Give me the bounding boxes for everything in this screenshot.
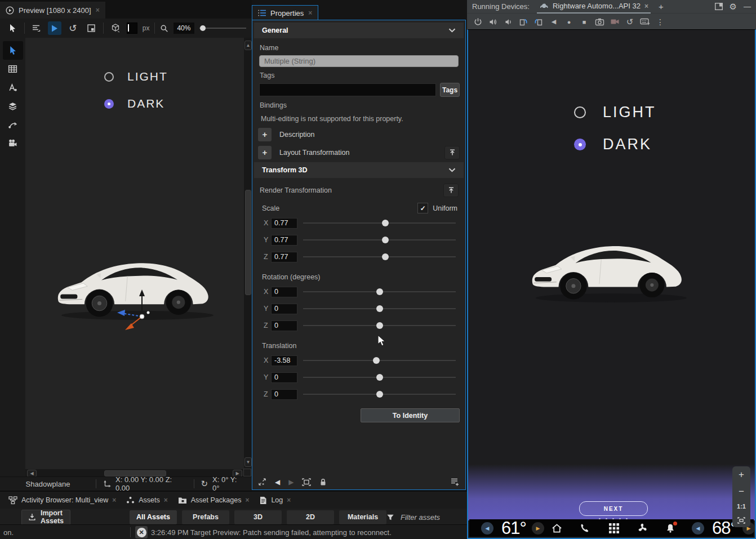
add-device-button[interactable]: + xyxy=(659,2,664,11)
translation-x-slider[interactable] xyxy=(303,355,456,366)
grid-size-input[interactable] xyxy=(127,23,137,34)
rotation-y-input[interactable]: 0 xyxy=(271,304,297,314)
hardware-input-icon[interactable] xyxy=(638,16,652,28)
scale-x-slider[interactable] xyxy=(303,217,456,229)
scale-y-slider[interactable] xyxy=(303,234,456,246)
zoom-level-value[interactable]: 40% xyxy=(174,23,194,34)
tags-button[interactable]: Tags xyxy=(440,83,460,97)
scale-z-slider[interactable] xyxy=(303,251,456,262)
reset-preview-icon[interactable]: ↺ xyxy=(66,21,80,35)
preview-radio-dark[interactable]: DARK xyxy=(104,97,164,110)
translation-y-input[interactable]: 0 xyxy=(271,372,297,383)
screen-record-icon[interactable] xyxy=(608,16,621,28)
home-icon[interactable] xyxy=(548,519,565,537)
slider-thumb[interactable] xyxy=(373,357,380,364)
device-radio-light[interactable]: LIGHT xyxy=(574,104,656,121)
slider-thumb[interactable] xyxy=(376,391,383,398)
device-screen[interactable]: LIGHT DARK xyxy=(467,29,756,539)
slider-thumb[interactable] xyxy=(382,253,389,260)
filter-2d[interactable]: 2D xyxy=(287,510,334,524)
filter-3d[interactable]: 3D xyxy=(234,510,282,524)
slider-thumb[interactable] xyxy=(382,237,389,243)
radio-selected-icon[interactable] xyxy=(104,99,114,109)
radio-selected-icon[interactable] xyxy=(574,139,586,150)
scroll-down-icon[interactable]: ▼ xyxy=(244,457,252,467)
app-grid-icon[interactable] xyxy=(606,519,622,537)
close-icon[interactable]: × xyxy=(96,6,100,14)
preview-vertical-scrollbar[interactable]: ▲ ▼ xyxy=(244,38,252,469)
close-icon[interactable]: × xyxy=(287,496,291,504)
screenshot-camera-icon[interactable] xyxy=(593,16,606,28)
filter-assets-input[interactable] xyxy=(399,513,464,522)
translation-z-input[interactable]: 0 xyxy=(271,389,297,400)
filter-assets-box[interactable] xyxy=(386,513,464,522)
zoom-slider-thumb[interactable] xyxy=(200,25,206,31)
slider-thumb[interactable] xyxy=(382,220,389,226)
preview-radio-light[interactable]: LIGHT xyxy=(104,70,168,83)
tab-asset-packages[interactable]: Asset Packages × xyxy=(173,492,255,509)
slider-thumb[interactable] xyxy=(376,288,383,295)
rotate-right-icon[interactable] xyxy=(517,16,530,28)
next-button[interactable]: NEXT xyxy=(579,501,648,516)
tags-input[interactable] xyxy=(259,83,436,96)
to-identity-button[interactable]: To Identity xyxy=(361,408,460,422)
slider-thumb[interactable] xyxy=(376,374,383,381)
tab-preview[interactable]: Preview [1080 x 2400] × xyxy=(0,2,105,19)
translation-z-slider[interactable] xyxy=(303,389,456,400)
scroll-up-icon[interactable]: ▲ xyxy=(244,41,252,50)
panel-layout-icon[interactable] xyxy=(715,3,723,10)
slider-thumb[interactable] xyxy=(376,322,383,329)
add-description-button[interactable]: + xyxy=(258,128,272,141)
volume-down-icon[interactable] xyxy=(501,16,515,28)
radio-unselected-icon[interactable] xyxy=(574,106,586,118)
rotation-z-slider[interactable] xyxy=(303,320,456,331)
temp-left-increase-button[interactable]: ▶ xyxy=(531,519,545,537)
tab-assets[interactable]: Assets × xyxy=(121,492,173,509)
play-preview-button[interactable] xyxy=(48,21,61,35)
text-tool-button[interactable] xyxy=(3,78,23,97)
rotation-x-input[interactable]: 0 xyxy=(271,287,297,297)
tab-properties[interactable]: Properties × xyxy=(252,5,318,20)
android-overview-icon[interactable]: ■ xyxy=(577,16,591,28)
slider-thumb[interactable] xyxy=(376,305,383,312)
device-radio-dark[interactable]: DARK xyxy=(574,136,652,153)
zoom-in-button[interactable]: + xyxy=(739,470,744,479)
layout-mode-button[interactable] xyxy=(30,21,43,35)
filter-materials[interactable]: Materials xyxy=(339,510,386,524)
transform-3d-tool-icon[interactable] xyxy=(109,21,122,35)
zoom-fit-button[interactable] xyxy=(737,517,745,524)
temp-left-decrease-button[interactable]: ◀ xyxy=(481,519,494,537)
radio-unselected-icon[interactable] xyxy=(104,72,114,82)
push-to-device-icon[interactable] xyxy=(444,146,460,159)
drag-to-preview-icon[interactable] xyxy=(258,478,266,486)
device-tab[interactable]: Rightware Automo...API 32 × xyxy=(537,0,651,14)
scale-z-input[interactable]: 0.77 xyxy=(271,252,297,262)
tab-log[interactable]: Log × xyxy=(254,492,296,509)
minimize-icon[interactable]: — xyxy=(744,2,751,11)
history-forward-icon[interactable]: ▶ xyxy=(288,478,293,486)
import-assets-button[interactable]: Import Assets xyxy=(21,510,70,525)
zoom-1to1-button[interactable]: 1:1 xyxy=(737,503,746,510)
connector-tool-button[interactable] xyxy=(3,115,23,134)
add-layout-transformation-button[interactable]: + xyxy=(258,146,272,159)
rotation-z-input[interactable]: 0 xyxy=(271,320,297,331)
section-transform-3d[interactable]: Transform 3D xyxy=(254,162,464,178)
history-back-icon[interactable]: ◀ xyxy=(275,478,280,486)
tab-activity-browser[interactable]: Activity Browser: Multi_view × xyxy=(3,492,121,509)
transform-gizmo[interactable] xyxy=(113,287,163,338)
box-in-box-icon[interactable] xyxy=(85,21,98,35)
grid-table-tool-button[interactable] xyxy=(3,60,23,78)
frame-select-icon[interactable] xyxy=(302,478,311,486)
android-back-icon[interactable]: ◀ xyxy=(547,16,561,28)
push-to-device-icon[interactable] xyxy=(443,184,459,197)
temp-right-decrease-button[interactable]: ◀ xyxy=(691,519,705,537)
error-indicator[interactable]: ✕ xyxy=(135,526,148,538)
name-input[interactable]: Multiple (String) xyxy=(259,55,459,67)
translation-x-input[interactable]: -3.58 xyxy=(271,355,297,366)
close-icon[interactable]: × xyxy=(112,496,116,504)
gear-icon[interactable]: ⚙ xyxy=(730,2,737,12)
rotation-x-slider[interactable] xyxy=(303,286,456,297)
phone-icon[interactable] xyxy=(576,519,593,537)
preview-canvas[interactable]: LIGHT DARK xyxy=(25,38,244,469)
more-options-icon[interactable]: ⋮ xyxy=(653,16,667,28)
